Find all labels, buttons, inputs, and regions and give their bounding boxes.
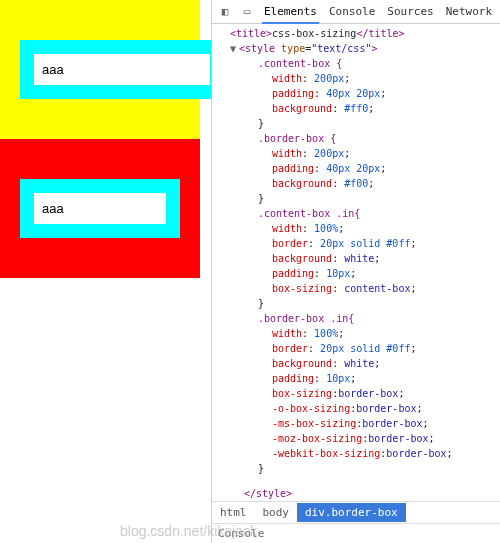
border-box-demo: aaa xyxy=(0,139,200,278)
tab-network[interactable]: Network xyxy=(444,1,494,22)
watermark-text: blog.csdn.net/kikajack xyxy=(120,523,257,539)
title-text: css-box-sizing xyxy=(272,28,356,39)
crumb-html[interactable]: html xyxy=(212,503,255,522)
breadcrumb: html body div.border-box xyxy=(212,501,500,523)
preview-pane: aaa aaa xyxy=(0,0,212,543)
devtools-tabbar: ◧ ▭ Elements Console Sources Network xyxy=(212,0,500,24)
tab-sources[interactable]: Sources xyxy=(385,1,435,22)
crumb-selected[interactable]: div.border-box xyxy=(297,503,406,522)
border-box-inner: aaa xyxy=(20,179,180,238)
devtools-panel: ◧ ▭ Elements Console Sources Network <ti… xyxy=(212,0,500,543)
content-box-inner: aaa xyxy=(20,40,212,99)
crumb-body[interactable]: body xyxy=(254,503,297,522)
inspect-icon[interactable]: ◧ xyxy=(218,5,232,18)
tab-elements[interactable]: Elements xyxy=(262,1,319,24)
tab-console[interactable]: Console xyxy=(327,1,377,22)
content-box-demo: aaa xyxy=(0,0,200,139)
elements-tree[interactable]: <title>css-box-sizing</title> ▼<style ty… xyxy=(212,24,500,501)
expand-icon[interactable]: ▼ xyxy=(230,41,239,56)
device-toggle-icon[interactable]: ▭ xyxy=(240,5,254,18)
